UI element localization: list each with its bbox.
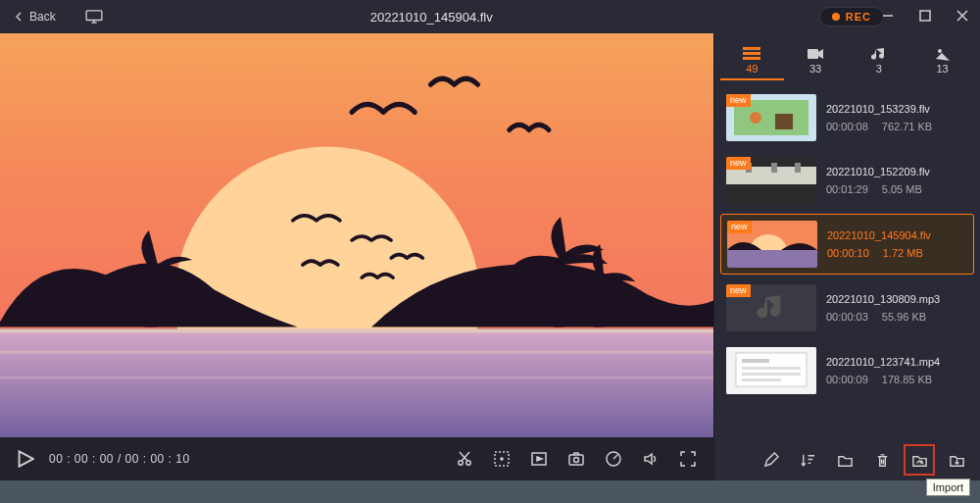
tab-video[interactable]: 33 (784, 46, 848, 75)
item-name: 20221010_130809.mp3 (826, 293, 968, 305)
folder-button[interactable] (833, 448, 857, 472)
media-list[interactable]: new 20221010_153239.flv 00:00:08 762.71 … (714, 82, 980, 439)
player-controls: 00 : 00 : 00 / 00 : 00 : 10 (0, 437, 713, 480)
list-item[interactable]: 20221010_123741.mp4 00:00:09 178.85 KB (720, 341, 974, 400)
tab-image[interactable]: 13 (910, 46, 974, 75)
svg-rect-34 (742, 359, 769, 363)
item-size: 762.71 KB (882, 121, 932, 132)
record-label: REC (846, 11, 871, 23)
trim-button[interactable] (451, 445, 478, 473)
sort-button[interactable] (796, 448, 819, 472)
tab-audio[interactable]: 3 (848, 46, 911, 75)
item-duration: 00:00:10 (827, 247, 869, 259)
titlebar: Back 20221010_145904.flv REC (0, 0, 980, 33)
maximize-button[interactable] (917, 8, 933, 24)
item-name: 20221010_153239.flv (826, 103, 968, 115)
new-badge: new (727, 221, 752, 233)
time-display: 00 : 00 : 00 / 00 : 00 : 10 (49, 452, 190, 466)
thumbnail: new (727, 221, 817, 268)
sidebar: 49 33 3 13 ne (713, 33, 980, 480)
item-name: 20221010_145904.flv (827, 229, 967, 241)
play-button[interactable] (12, 445, 39, 473)
svg-rect-7 (0, 377, 713, 379)
edit-button[interactable] (525, 445, 553, 473)
svg-point-19 (938, 49, 942, 53)
item-size: 5.05 MB (882, 183, 922, 195)
svg-rect-15 (743, 47, 760, 50)
item-name: 20221010_123741.mp4 (826, 356, 968, 368)
tab-audio-count: 3 (876, 63, 882, 75)
app-window: Back 20221010_145904.flv REC (0, 0, 980, 480)
sidebar-toolbar: Import (714, 439, 980, 480)
item-size: 55.96 KB (882, 311, 926, 323)
tab-all-count: 49 (746, 63, 758, 75)
svg-rect-36 (742, 373, 801, 376)
svg-rect-28 (795, 163, 801, 173)
list-item[interactable]: new 20221010_145904.flv 00:00:10 1.72 MB (720, 214, 974, 275)
title-filename: 20221010_145904.flv (44, 10, 819, 25)
item-duration: 00:01:29 (826, 183, 868, 195)
item-duration: 00:00:08 (826, 121, 868, 132)
record-dot-icon (832, 13, 840, 21)
item-size: 1.72 MB (883, 247, 923, 259)
new-badge: new (726, 284, 751, 297)
svg-rect-18 (808, 49, 818, 59)
rename-button[interactable] (759, 448, 782, 472)
window-controls (880, 8, 970, 24)
svg-rect-16 (743, 52, 760, 55)
thumbnail: new (726, 157, 816, 204)
svg-rect-4 (0, 328, 713, 437)
body: 00 : 00 : 00 / 00 : 00 : 10 49 (0, 33, 980, 480)
thumbnail: new (726, 284, 816, 331)
snapshot-button[interactable] (563, 445, 590, 473)
svg-rect-27 (771, 163, 777, 173)
player-panel: 00 : 00 : 00 / 00 : 00 : 10 (0, 33, 713, 480)
record-button[interactable]: REC (819, 7, 884, 26)
minimize-button[interactable] (880, 8, 896, 24)
item-duration: 00:00:09 (826, 374, 868, 385)
close-button[interactable] (955, 8, 970, 24)
item-duration: 00:00:03 (826, 311, 868, 323)
media-tabs: 49 33 3 13 (714, 33, 980, 82)
svg-rect-12 (569, 455, 583, 465)
svg-rect-1 (920, 11, 930, 21)
thumbnail: new (726, 94, 816, 141)
svg-rect-35 (742, 367, 801, 370)
crop-button[interactable] (488, 445, 515, 473)
new-badge: new (726, 94, 751, 107)
svg-rect-5 (0, 328, 713, 332)
tab-video-count: 33 (809, 63, 821, 75)
speed-button[interactable] (600, 445, 627, 473)
import-tooltip: Import (926, 478, 970, 496)
new-badge: new (726, 157, 751, 170)
fullscreen-button[interactable] (674, 445, 702, 473)
import-button[interactable] (907, 448, 931, 472)
svg-rect-23 (775, 114, 793, 129)
list-item[interactable]: new 20221010_130809.mp3 00:00:03 55.96 K… (720, 278, 974, 337)
item-size: 178.85 KB (882, 374, 932, 385)
thumbnail (726, 347, 816, 394)
svg-rect-37 (742, 378, 781, 381)
volume-button[interactable] (637, 445, 664, 473)
list-item[interactable]: new 20221010_153239.flv 00:00:08 762.71 … (720, 88, 974, 147)
svg-point-13 (574, 458, 579, 463)
tab-image-count: 13 (937, 63, 949, 75)
svg-rect-31 (727, 250, 817, 268)
item-name: 20221010_152209.flv (826, 166, 968, 177)
export-button[interactable] (945, 448, 968, 472)
svg-rect-6 (0, 351, 713, 354)
svg-rect-17 (743, 57, 760, 60)
svg-point-22 (750, 112, 761, 124)
video-preview[interactable] (0, 33, 713, 437)
list-item[interactable]: new 20221010_152209.flv 00:01:29 5.05 MB (720, 151, 974, 210)
delete-button[interactable] (870, 448, 894, 472)
tab-all[interactable]: 49 (720, 46, 784, 80)
